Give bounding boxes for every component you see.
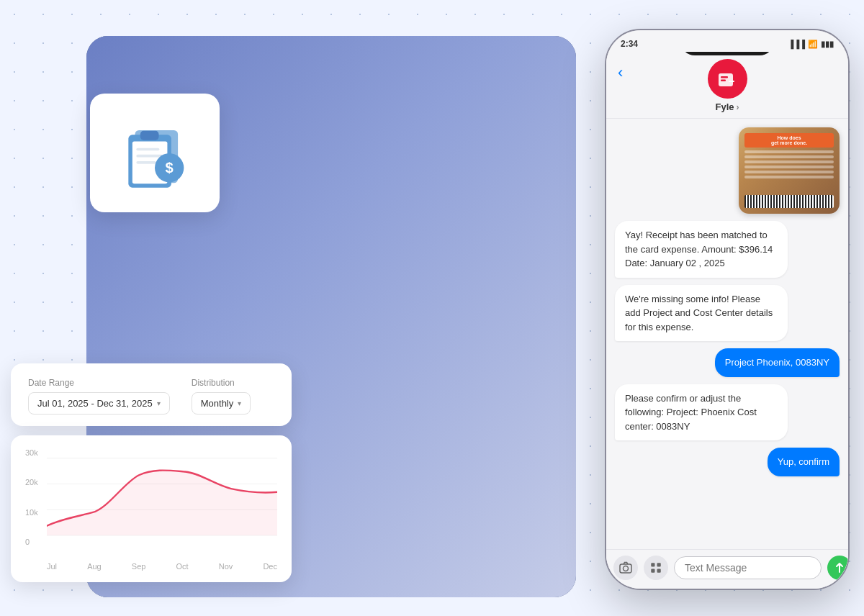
message-text-4: Please confirm or adjust the following: … bbox=[625, 393, 757, 432]
chart-y-labels: 30k 20k 10k 0 bbox=[25, 448, 38, 549]
status-time: 2:34 bbox=[621, 39, 638, 49]
filter-row: Date Range Jul 01, 2025 - Dec 31, 2025 ▾… bbox=[28, 378, 274, 415]
x-label-nov: Nov bbox=[219, 562, 233, 571]
x-label-jul: Jul bbox=[47, 562, 57, 571]
apps-icon bbox=[649, 561, 662, 574]
svg-rect-54 bbox=[657, 563, 661, 566]
send-icon bbox=[834, 562, 845, 574]
svg-text:$: $ bbox=[166, 159, 174, 175]
svg-point-52 bbox=[624, 566, 629, 571]
wifi-icon: 📶 bbox=[808, 40, 818, 49]
receipt-line-5 bbox=[744, 171, 834, 173]
messages-area: How doesget more done. Yay! Receipt has … bbox=[606, 119, 848, 549]
svg-rect-38 bbox=[136, 148, 159, 150]
svg-rect-48 bbox=[721, 76, 728, 78]
svg-rect-53 bbox=[651, 563, 654, 566]
receipt-line-2 bbox=[744, 155, 834, 158]
svg-rect-49 bbox=[721, 79, 726, 81]
message-text-2: We're missing some info! Please add Proj… bbox=[625, 294, 773, 332]
date-range-label: Date Range bbox=[28, 378, 170, 388]
distribution-label: Distribution bbox=[192, 378, 251, 388]
receipt-line-6 bbox=[744, 176, 834, 178]
fyle-logo-icon bbox=[716, 68, 739, 91]
message-text-3: Project Phoenix, 0083NY bbox=[725, 357, 829, 368]
back-button[interactable]: ‹ bbox=[618, 63, 623, 82]
clipboard-icon: $ bbox=[115, 114, 194, 193]
svg-rect-40 bbox=[136, 161, 156, 164]
receipt-store-name: How doesget more done. bbox=[744, 133, 834, 148]
y-label-10k: 10k bbox=[25, 508, 38, 517]
phone-content: ‹ Fyle › How doesget more done. bbox=[606, 52, 848, 589]
y-label-20k: 20k bbox=[25, 478, 38, 486]
chart-area: 30k 20k 10k 0 Jul Aug Sep Oct Nov bbox=[25, 448, 277, 571]
date-range-select[interactable]: Jul 01, 2025 - Dec 31, 2025 ▾ bbox=[28, 392, 170, 415]
contact-name-row: Fyle › bbox=[715, 101, 739, 112]
distribution-select[interactable]: Monthly ▾ bbox=[192, 392, 251, 415]
message-sent-1: Project Phoenix, 0083NY bbox=[715, 348, 840, 377]
camera-icon bbox=[619, 561, 632, 574]
signal-icon: ▐▐▐ bbox=[788, 40, 805, 48]
svg-rect-55 bbox=[651, 569, 654, 573]
status-bar: 2:34 ▐▐▐ 📶 ▮▮▮ bbox=[606, 30, 848, 52]
distribution-group: Distribution Monthly ▾ bbox=[192, 378, 251, 415]
camera-button[interactable] bbox=[613, 556, 638, 580]
filter-card: Date Range Jul 01, 2025 - Dec 31, 2025 ▾… bbox=[11, 363, 292, 426]
svg-rect-36 bbox=[140, 130, 159, 140]
clipboard-card: $ bbox=[90, 94, 220, 212]
message-received-3: Please confirm or adjust the following: … bbox=[615, 384, 788, 441]
chevron-down-icon-2: ▾ bbox=[238, 399, 241, 407]
y-label-0: 0 bbox=[25, 538, 38, 546]
message-sent-2: Yup, confirm bbox=[768, 448, 840, 476]
receipt-line-4 bbox=[744, 166, 834, 168]
imessage-header: ‹ Fyle › bbox=[606, 52, 848, 119]
apps-button[interactable] bbox=[644, 556, 668, 580]
date-range-group: Date Range Jul 01, 2025 - Dec 31, 2025 ▾ bbox=[28, 378, 170, 415]
svg-rect-39 bbox=[136, 154, 163, 157]
message-input-bar bbox=[606, 549, 848, 589]
message-input[interactable] bbox=[674, 556, 822, 579]
y-label-30k: 30k bbox=[25, 448, 38, 457]
chart-x-labels: Jul Aug Sep Oct Nov Dec bbox=[47, 562, 277, 571]
receipt-line-3 bbox=[744, 160, 834, 163]
receipt-line-1 bbox=[744, 150, 834, 153]
distribution-value: Monthly bbox=[201, 398, 234, 409]
contact-name-text: Fyle bbox=[715, 101, 734, 112]
battery-icon: ▮▮▮ bbox=[821, 40, 834, 49]
chart-svg bbox=[47, 448, 277, 553]
message-text-5: Yup, confirm bbox=[778, 456, 829, 467]
contact-chevron-icon: › bbox=[737, 102, 739, 112]
svg-rect-50 bbox=[729, 81, 734, 82]
x-label-dec: Dec bbox=[263, 562, 277, 571]
message-text-1: Yay! Receipt has been matched to the car… bbox=[625, 230, 773, 268]
x-label-oct: Oct bbox=[176, 562, 189, 571]
receipt-image-bubble: How doesget more done. bbox=[739, 127, 840, 214]
chart-card: 30k 20k 10k 0 Jul Aug Sep Oct Nov bbox=[11, 435, 292, 582]
receipt-barcode bbox=[744, 195, 834, 208]
receipt-content bbox=[744, 150, 834, 178]
x-label-sep: Sep bbox=[132, 562, 146, 571]
phone-mockup: 2:34 ▐▐▐ 📶 ▮▮▮ ‹ Fyle › bbox=[605, 29, 850, 590]
chevron-down-icon: ▾ bbox=[157, 399, 161, 407]
x-label-aug: Aug bbox=[87, 562, 102, 571]
status-icons: ▐▐▐ 📶 ▮▮▮ bbox=[788, 40, 834, 49]
message-received-2: We're missing some info! Please add Proj… bbox=[615, 285, 788, 342]
date-range-value: Jul 01, 2025 - Dec 31, 2025 bbox=[37, 398, 153, 409]
svg-rect-47 bbox=[719, 73, 733, 86]
svg-rect-56 bbox=[657, 569, 661, 573]
contact-avatar bbox=[708, 59, 747, 99]
message-received-1: Yay! Receipt has been matched to the car… bbox=[615, 221, 788, 278]
